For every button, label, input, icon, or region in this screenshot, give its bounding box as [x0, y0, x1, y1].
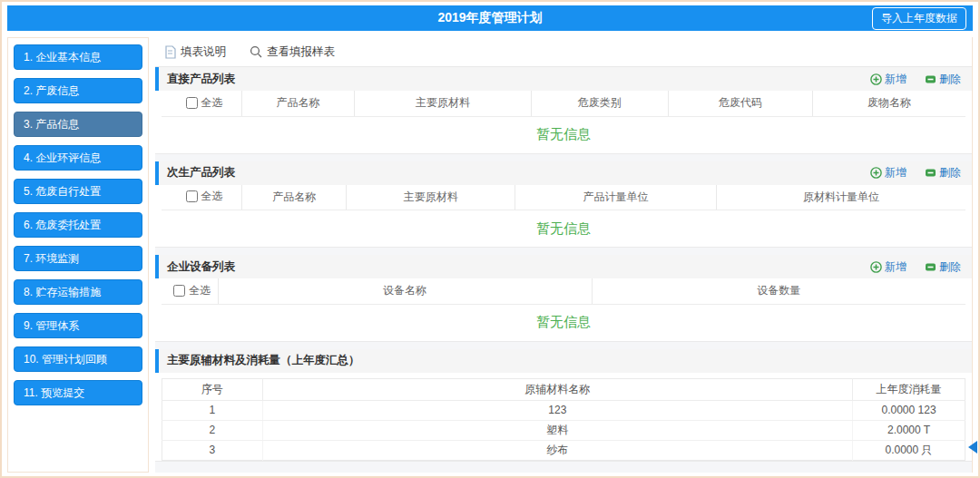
- select-all-header: 全选: [162, 91, 242, 116]
- delete-button-label: 删除: [939, 72, 961, 87]
- sidebar-item-env-monitoring[interactable]: 7. 环境监测: [14, 246, 142, 271]
- sidebar-item-preview-submit[interactable]: 11. 预览提交: [14, 380, 142, 405]
- select-all-checkbox[interactable]: [173, 285, 185, 297]
- add-button-label: 新增: [885, 165, 906, 180]
- delete-button-label: 删除: [939, 165, 961, 180]
- cell-material-name: 塑料: [262, 420, 852, 440]
- minus-square-icon: [925, 167, 936, 179]
- column-header: 产品名称: [242, 91, 355, 116]
- import-last-year-button[interactable]: 导入上年度数据: [872, 7, 966, 30]
- plus-circle-icon: [870, 73, 882, 85]
- select-all-header: 全选: [162, 185, 242, 210]
- sidebar-item-management-system[interactable]: 9. 管理体系: [14, 313, 142, 338]
- empty-state-text: 暂无信息: [155, 117, 972, 153]
- sidebar-item-enterprise-basic-info[interactable]: 1. 企业基本信息: [14, 44, 142, 70]
- equipment-table: 全选 设备名称 设备数量: [162, 278, 965, 305]
- add-button-label: 新增: [885, 72, 906, 87]
- section-header: 直接产品列表 新增: [155, 67, 972, 91]
- section-title: 次生产品列表: [167, 165, 235, 180]
- table-row: 2 塑料 2.0000 T: [162, 420, 965, 440]
- main-content: 填表说明 查看填报样表 直接产品列表: [155, 37, 973, 473]
- section-equipment: 企业设备列表 新增: [155, 255, 972, 342]
- section-secondary-products: 次生产品列表 新增: [155, 161, 972, 249]
- sidebar-item-storage-transport[interactable]: 8. 贮存运输措施: [14, 279, 142, 305]
- collapse-panel-arrow-icon[interactable]: [968, 441, 977, 454]
- table-row: 1 123 0.0000 123: [162, 400, 965, 420]
- column-header: 产品计量单位: [515, 185, 717, 210]
- section-direct-products: 直接产品列表 新增: [155, 67, 972, 154]
- add-button[interactable]: 新增: [870, 72, 906, 87]
- direct-products-table: 全选 产品名称 主要原材料 危废类别 危废代码 废物名称: [162, 91, 965, 117]
- column-header: 产品名称: [242, 185, 347, 210]
- cell-consumption: 0.0000 只: [853, 440, 965, 460]
- cell-index: 2: [162, 420, 263, 440]
- section-header: 企业设备列表 新增: [155, 255, 972, 278]
- sidebar-item-waste-generation-info[interactable]: 2. 产废信息: [14, 78, 142, 103]
- section-title: 企业设备列表: [167, 259, 235, 275]
- sidebar-item-self-disposal[interactable]: 5. 危废自行处置: [14, 179, 142, 204]
- minus-square-icon: [925, 73, 936, 85]
- section-title: 直接产品列表: [167, 72, 235, 87]
- section-header: 次生产品列表 新增: [155, 161, 972, 185]
- plus-circle-icon: [870, 167, 882, 179]
- section-title: 主要原辅材料及消耗量（上年度汇总）: [167, 353, 360, 368]
- materials-table: 序号 原辅材料名称 上年度消耗量 1 123 0.0000 123 2 塑料 2…: [162, 378, 965, 461]
- column-header: 设备名称: [218, 278, 592, 304]
- sidebar-item-plan-review[interactable]: 10. 管理计划回顾: [14, 346, 142, 372]
- document-icon: [164, 45, 176, 59]
- cell-material-name: 纱布: [262, 440, 852, 460]
- section-header: 主要原辅材料及消耗量（上年度汇总）: [155, 349, 972, 373]
- add-button-label: 新增: [885, 259, 906, 275]
- sidebar: 1. 企业基本信息 2. 产废信息 3. 产品信息 4. 企业环评信息 5. 危…: [7, 37, 149, 473]
- select-all-checkbox[interactable]: [186, 190, 198, 202]
- column-header: 主要原材料: [355, 91, 532, 116]
- column-header: 原辅材料名称: [262, 378, 852, 400]
- sidebar-item-entrusted-disposal[interactable]: 6. 危废委托处置: [14, 212, 142, 238]
- cell-index: 3: [162, 440, 263, 460]
- sidebar-item-product-info[interactable]: 3. 产品信息: [14, 112, 142, 137]
- select-all-header: 全选: [162, 278, 218, 304]
- plus-circle-icon: [870, 261, 882, 273]
- column-header: 设备数量: [592, 278, 965, 304]
- page-title: 2019年度管理计划: [7, 10, 973, 26]
- secondary-products-table: 全选 产品名称 主要原材料 产品计量单位 原材料计量单位: [162, 185, 965, 211]
- select-all-label[interactable]: 全选: [186, 95, 223, 111]
- column-header: 主要原材料: [347, 185, 515, 210]
- column-header: 原材料计量单位: [716, 185, 965, 210]
- delete-button-label: 删除: [939, 259, 961, 275]
- section-materials-consumption: 主要原辅材料及消耗量（上年度汇总） 序号 原辅材料名称 上年度消耗量 1 123…: [155, 349, 972, 462]
- delete-button[interactable]: 删除: [925, 72, 961, 87]
- empty-state-text: 暂无信息: [155, 305, 972, 341]
- column-header: 上年度消耗量: [853, 378, 965, 400]
- cell-material-name: 123: [262, 400, 852, 420]
- select-all-label[interactable]: 全选: [173, 283, 211, 298]
- app-window: 2019年度管理计划 导入上年度数据 1. 企业基本信息 2. 产废信息 3. …: [0, 0, 980, 478]
- view-sample-form-label: 查看填报样表: [267, 44, 335, 60]
- select-all-checkbox[interactable]: [186, 97, 198, 109]
- select-all-label[interactable]: 全选: [186, 189, 223, 204]
- search-icon: [250, 45, 262, 58]
- add-button[interactable]: 新增: [870, 259, 906, 275]
- column-header: 序号: [162, 378, 263, 400]
- cell-consumption: 2.0000 T: [853, 420, 965, 440]
- delete-button[interactable]: 删除: [925, 165, 961, 180]
- view-sample-form-link[interactable]: 查看填报样表: [250, 44, 335, 60]
- minus-square-icon: [925, 261, 936, 273]
- cell-consumption: 0.0000 123: [853, 400, 965, 420]
- app-header: 2019年度管理计划 导入上年度数据: [7, 5, 973, 31]
- fill-instructions-link[interactable]: 填表说明: [164, 44, 226, 60]
- toolbar: 填表说明 查看填报样表: [155, 37, 972, 67]
- column-header: 废物名称: [813, 91, 965, 116]
- column-header: 危废代码: [668, 91, 812, 116]
- fill-instructions-label: 填表说明: [181, 44, 226, 60]
- cell-index: 1: [162, 400, 263, 420]
- table-row: 3 纱布 0.0000 只: [162, 440, 965, 460]
- sidebar-item-eia-info[interactable]: 4. 企业环评信息: [14, 145, 142, 171]
- column-header: 危废类别: [532, 91, 669, 116]
- add-button[interactable]: 新增: [870, 165, 906, 180]
- delete-button[interactable]: 删除: [925, 259, 961, 275]
- empty-state-text: 暂无信息: [155, 210, 972, 247]
